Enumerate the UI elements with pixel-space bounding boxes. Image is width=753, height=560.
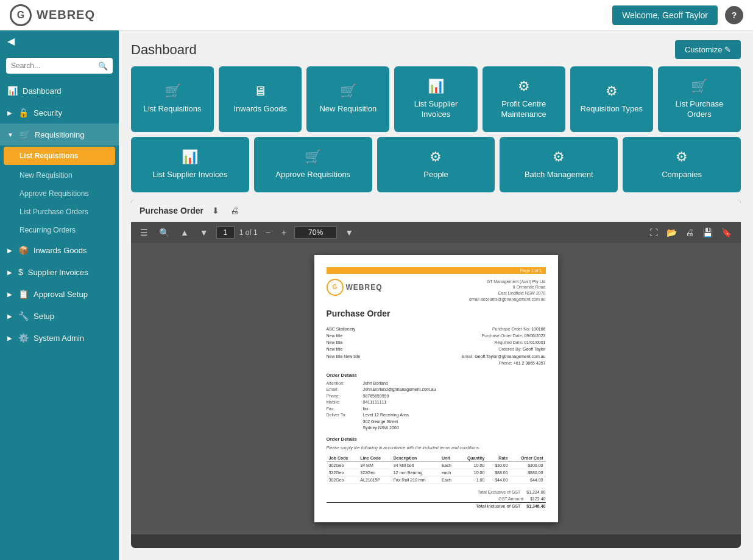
pdf-attn-email-row: Email: John.Borland@gtmanagement.com.au xyxy=(327,387,546,393)
col-header-description: Description xyxy=(391,455,439,462)
tile-requisition-types[interactable]: ⚙ Requisition Types xyxy=(570,66,653,132)
sidebar-item-supplier-invoices[interactable]: ▶ $ Supplier Invoices xyxy=(0,261,119,283)
tile-approve-requisitions[interactable]: 🛒 Approve Requisitions xyxy=(254,137,372,192)
pdf-supplier-l3: New title xyxy=(327,346,430,352)
cell-line-code: 34 MM xyxy=(358,461,391,469)
tile-list-purchase-orders[interactable]: 🛒 List Purchase Orders xyxy=(658,66,741,132)
pdf-search-button[interactable]: 🔍 xyxy=(156,226,172,239)
pdf-attention-row: Attention: John Borland xyxy=(327,380,546,387)
pdf-excl-gst-value: $1,224.00 xyxy=(526,489,545,495)
sidebar-item-approval-setup[interactable]: ▶ 📋 Approval Setup xyxy=(0,283,119,305)
sidebar-item-inwards-goods[interactable]: ▶ 📦 Inwards Goods xyxy=(0,239,119,261)
pdf-order-details-title: Order Details xyxy=(327,373,546,378)
pdf-fax-row: Fax: fax xyxy=(327,406,546,413)
pdf-fullscreen-button[interactable]: ⛶ xyxy=(646,226,661,239)
pdf-logo-circle: G xyxy=(327,279,344,296)
sidebar-item-setup[interactable]: ▶ 🔧 Setup xyxy=(0,305,119,327)
pdf-supplier-l4: New title New title xyxy=(327,353,430,360)
tile-people[interactable]: ⚙ People xyxy=(377,137,495,192)
chevron-right-icon-2: ▶ xyxy=(7,247,12,254)
pdf-order-details2-title: Order Details xyxy=(327,436,546,442)
pdf-gst-value: $122.40 xyxy=(530,495,545,502)
pdf-page-banner: Page 1 of 1 xyxy=(327,267,546,274)
pdf-next-page-button[interactable]: ▼ xyxy=(197,226,211,239)
pdf-zoom-input[interactable] xyxy=(294,226,337,239)
po-print-icon[interactable]: 🖨 xyxy=(228,205,241,217)
sidebar-subitem-list-purchase-orders[interactable]: List Purchase Orders xyxy=(0,203,119,221)
pdf-company-name: GT Management (Aust) Pty Ltd xyxy=(469,279,545,285)
tile-label-requisition-types: Requisition Types xyxy=(581,104,643,114)
dashboard-tiles: 🛒 List Requisitions 🖥 Inwards Goods 🛒 Ne… xyxy=(119,66,753,200)
po-download-icon[interactable]: ⬇ xyxy=(210,205,222,217)
sidebar-label-approval-setup: Approval Setup xyxy=(34,290,88,299)
pdf-ordered-by: Geoff Taylor xyxy=(523,347,546,351)
cell-unit: Each xyxy=(439,476,458,483)
pdf-zoom-menu-button[interactable]: ▼ xyxy=(342,226,356,239)
sidebar-subitem-approve-requisitions[interactable]: Approve Requisitions xyxy=(0,184,119,203)
tile-batch-management[interactable]: ⚙ Batch Management xyxy=(500,137,618,192)
pdf-totals: Total Exclusive of GST $1,224.00 GST Amo… xyxy=(327,489,546,510)
sidebar-label-supplier-invoices: Supplier Invoices xyxy=(28,268,88,277)
tile-label-people: People xyxy=(423,170,448,180)
sidebar-item-system-admin[interactable]: ▶ ⚙️ System Admin xyxy=(0,327,119,349)
tile-new-requisition[interactable]: 🛒 New Requisition xyxy=(306,66,389,132)
cart-icon-2: 🛒 xyxy=(340,83,356,99)
tile-label-list-requisitions: List Requisitions xyxy=(144,104,202,114)
gear-icon-1: ⚙ xyxy=(518,79,530,94)
setup-icon: 🔧 xyxy=(18,311,29,321)
sidebar: ◀ 🔍 📊 Dashboard ▶ 🔒 Security ▼ 🛒 Requisi… xyxy=(0,30,119,560)
pdf-gst-line: GST Amount: $122.40 xyxy=(327,495,546,502)
sidebar-subitem-list-requisitions[interactable]: List Requisitions xyxy=(4,147,115,165)
chevron-right-icon-6: ▶ xyxy=(7,335,12,341)
pdf-bookmark-button[interactable]: 🔖 xyxy=(718,226,735,239)
pdf-toggle-sidebar-button[interactable]: ☰ xyxy=(137,226,151,239)
search-input[interactable] xyxy=(6,58,113,74)
cart-icon-1: 🛒 xyxy=(164,83,181,99)
main-layout: ◀ 🔍 📊 Dashboard ▶ 🔒 Security ▼ 🛒 Requisi… xyxy=(0,30,753,560)
pdf-attn-phone-row: Phone: 98765659999 xyxy=(327,393,546,400)
tile-list-requisitions[interactable]: 🛒 List Requisitions xyxy=(131,66,214,132)
sidebar-subitem-new-requisition[interactable]: New Requisition xyxy=(0,166,119,184)
sidebar-item-security[interactable]: ▶ 🔒 Security xyxy=(0,102,119,124)
pdf-prev-page-button[interactable]: ▲ xyxy=(177,226,192,239)
chart-icon-2: 📊 xyxy=(182,149,198,165)
col-header-job-code: Job Code xyxy=(327,455,358,462)
pdf-phone-row: Phone: +61 2 9665 4357 xyxy=(442,360,546,366)
tile-list-supplier-invoices[interactable]: 📊 List Supplier Invoices xyxy=(394,66,477,132)
tile-inwards-goods[interactable]: 🖥 Inwards Goods xyxy=(219,66,302,132)
pdf-page-input[interactable] xyxy=(216,226,235,239)
tile-profit-centre[interactable]: ⚙ Profit Centre Maintenance xyxy=(483,66,565,132)
po-header: Purchase Order ⬇ 🖨 xyxy=(131,200,741,222)
sidebar-item-requisitioning[interactable]: ▼ 🛒 Requisitioning xyxy=(0,124,119,145)
cell-quantity: 1.00 xyxy=(458,476,487,483)
pdf-zoom-out-button[interactable]: − xyxy=(263,226,274,239)
pdf-logo: G WEBREQ xyxy=(327,279,383,296)
pdf-toolbar: ☰ 🔍 ▲ ▼ 1 of 1 − + ▼ ⛶ 📂 🖨 💾 🔖 xyxy=(131,222,741,243)
pdf-company-addr2: East Lindfield NSW 2070 xyxy=(469,290,545,296)
pdf-save-button[interactable]: 💾 xyxy=(699,226,716,239)
sidebar-label-dashboard: Dashboard xyxy=(23,86,62,96)
sidebar-nav: 📊 Dashboard ▶ 🔒 Security ▼ 🛒 Requisition… xyxy=(0,80,119,560)
sidebar-label-inwards-goods: Inwards Goods xyxy=(34,246,87,255)
cell-cost: $44.00 xyxy=(511,476,546,483)
pdf-page-count: 1 of 1 xyxy=(239,228,258,237)
col-header-line-code: Line Code xyxy=(358,455,391,462)
main-content: Dashboard Customize ✎ 🛒 List Requisition… xyxy=(119,30,753,560)
pdf-print-button[interactable]: 🖨 xyxy=(682,226,697,239)
sidebar-subitem-recurring-orders[interactable]: Recurring Orders xyxy=(0,221,119,239)
tile-list-supplier-inv2[interactable]: 📊 List Supplier Invoices xyxy=(131,137,249,192)
pdf-zoom-in-button[interactable]: + xyxy=(278,226,289,239)
help-button[interactable]: ? xyxy=(725,6,743,24)
chevron-right-icon-4: ▶ xyxy=(7,291,12,298)
sidebar-back-arrow[interactable]: ◀ xyxy=(0,30,119,52)
pdf-open-button[interactable]: 📂 xyxy=(663,226,680,239)
tile-companies[interactable]: ⚙ Companies xyxy=(623,137,741,192)
tile-label-companies: Companies xyxy=(662,170,702,180)
tile-label-list-supplier-invoices: List Supplier Invoices xyxy=(400,99,471,120)
cell-description: Fax Roll 210 mm xyxy=(391,476,439,483)
approval-setup-icon: 📋 xyxy=(18,289,29,299)
sidebar-item-dashboard[interactable]: 📊 Dashboard xyxy=(0,80,119,102)
customize-button[interactable]: Customize ✎ xyxy=(675,40,741,59)
po-title: Purchase Order xyxy=(140,206,203,215)
pdf-attn-phone: 98765659999 xyxy=(363,393,546,400)
